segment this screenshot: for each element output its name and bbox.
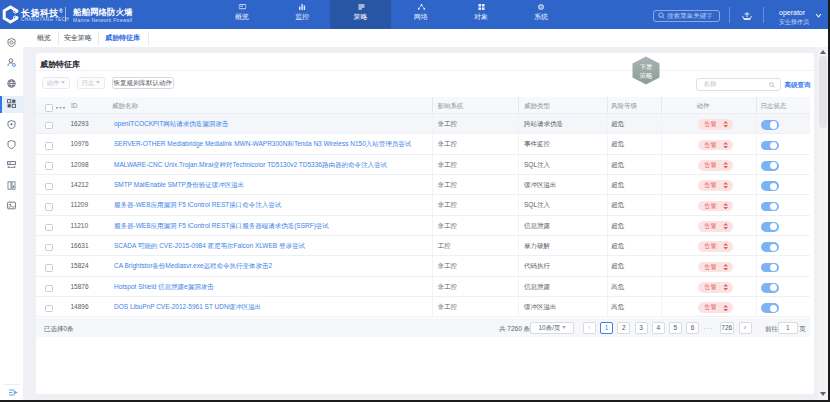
svg-text:下发: 下发 xyxy=(640,63,654,70)
svg-text:策略: 策略 xyxy=(640,72,654,80)
